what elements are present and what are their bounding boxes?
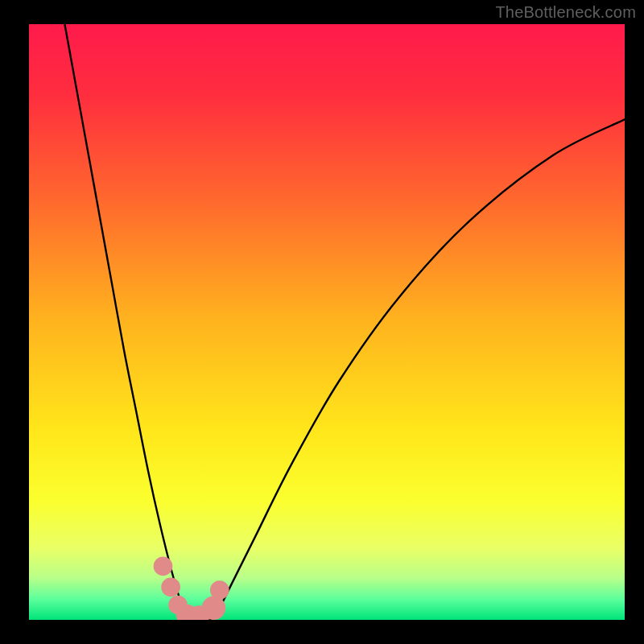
curve-layer: [29, 24, 625, 620]
marker-dot: [202, 596, 226, 620]
watermark-text: TheBottleneck.com: [495, 3, 636, 22]
bottleneck-curve: [64, 24, 625, 620]
marker-dot: [154, 557, 173, 576]
marker-dot: [210, 580, 229, 600]
plot-area: [29, 24, 625, 620]
chart-frame: TheBottleneck.com: [0, 0, 644, 644]
marker-dot: [161, 577, 180, 597]
curve-markers: [154, 557, 229, 620]
